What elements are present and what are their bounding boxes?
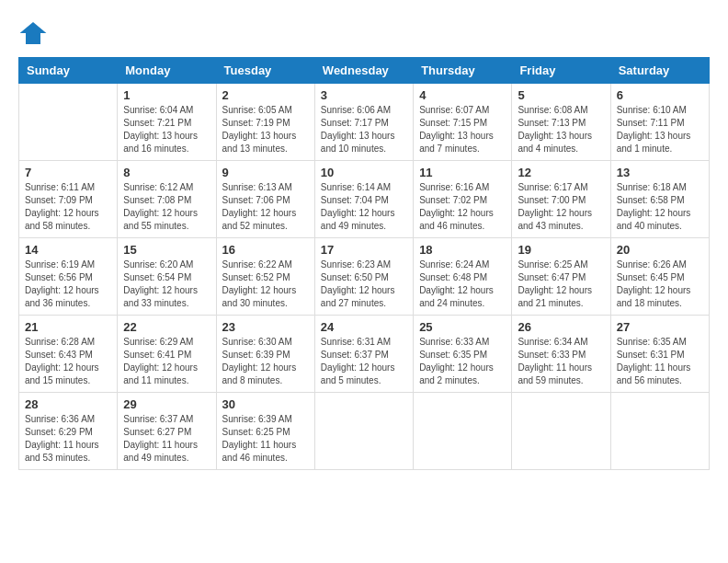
day-info: Sunrise: 6:07 AMSunset: 7:15 PMDaylight:…	[419, 104, 506, 155]
day-info: Sunrise: 6:25 AMSunset: 6:47 PMDaylight:…	[518, 259, 604, 310]
day-number: 6	[617, 88, 703, 102]
day-info: Sunrise: 6:12 AMSunset: 7:08 PMDaylight:…	[123, 181, 210, 233]
calendar-cell: 13Sunrise: 6:18 AMSunset: 6:58 PMDayligh…	[610, 161, 709, 238]
day-info: Sunrise: 6:31 AMSunset: 6:37 PMDaylight:…	[321, 336, 407, 387]
day-info: Sunrise: 6:24 AMSunset: 6:48 PMDaylight:…	[419, 259, 506, 310]
day-info: Sunrise: 6:23 AMSunset: 6:50 PMDaylight:…	[321, 259, 407, 310]
day-number: 21	[25, 320, 111, 334]
day-info: Sunrise: 6:16 AMSunset: 7:02 PMDaylight:…	[419, 181, 506, 233]
calendar-week-row: 28Sunrise: 6:36 AMSunset: 6:29 PMDayligh…	[19, 393, 710, 470]
day-number: 1	[123, 88, 210, 102]
day-number: 17	[321, 243, 407, 257]
day-number: 18	[419, 243, 506, 257]
calendar-cell: 17Sunrise: 6:23 AMSunset: 6:50 PMDayligh…	[314, 238, 413, 316]
calendar-week-row: 21Sunrise: 6:28 AMSunset: 6:43 PMDayligh…	[19, 316, 710, 393]
day-number: 26	[518, 320, 604, 334]
calendar-cell: 19Sunrise: 6:25 AMSunset: 6:47 PMDayligh…	[512, 238, 610, 316]
calendar-cell	[414, 393, 512, 470]
day-info: Sunrise: 6:22 AMSunset: 6:52 PMDaylight:…	[222, 259, 309, 310]
header-friday: Friday	[512, 58, 610, 84]
day-info: Sunrise: 6:35 AMSunset: 6:31 PMDaylight:…	[617, 336, 703, 387]
day-info: Sunrise: 6:05 AMSunset: 7:19 PMDaylight:…	[222, 104, 309, 155]
day-info: Sunrise: 6:20 AMSunset: 6:54 PMDaylight:…	[123, 259, 210, 310]
day-info: Sunrise: 6:36 AMSunset: 6:29 PMDaylight:…	[25, 413, 111, 465]
day-info: Sunrise: 6:11 AMSunset: 7:09 PMDaylight:…	[25, 181, 111, 233]
day-number: 9	[222, 166, 309, 179]
day-info: Sunrise: 6:34 AMSunset: 6:33 PMDaylight:…	[518, 336, 604, 387]
calendar-cell: 23Sunrise: 6:30 AMSunset: 6:39 PMDayligh…	[216, 316, 314, 393]
day-info: Sunrise: 6:33 AMSunset: 6:35 PMDaylight:…	[419, 336, 506, 387]
calendar-cell: 28Sunrise: 6:36 AMSunset: 6:29 PMDayligh…	[19, 393, 118, 470]
day-number: 4	[419, 88, 506, 102]
day-number: 19	[518, 243, 604, 257]
calendar-cell: 25Sunrise: 6:33 AMSunset: 6:35 PMDayligh…	[414, 316, 512, 393]
calendar-cell: 16Sunrise: 6:22 AMSunset: 6:52 PMDayligh…	[216, 238, 314, 316]
calendar-cell: 4Sunrise: 6:07 AMSunset: 7:15 PMDaylight…	[414, 84, 512, 161]
day-number: 12	[518, 166, 604, 179]
calendar-week-row: 7Sunrise: 6:11 AMSunset: 7:09 PMDaylight…	[19, 161, 710, 238]
calendar-cell: 8Sunrise: 6:12 AMSunset: 7:08 PMDaylight…	[118, 161, 216, 238]
day-number: 15	[123, 243, 210, 257]
day-number: 30	[222, 397, 309, 411]
calendar-cell: 15Sunrise: 6:20 AMSunset: 6:54 PMDayligh…	[118, 238, 216, 316]
calendar-cell	[314, 393, 413, 470]
day-number: 22	[123, 320, 210, 334]
day-info: Sunrise: 6:17 AMSunset: 7:00 PMDaylight:…	[518, 181, 604, 233]
header-saturday: Saturday	[610, 58, 709, 84]
calendar-cell: 26Sunrise: 6:34 AMSunset: 6:33 PMDayligh…	[512, 316, 610, 393]
calendar-cell: 1Sunrise: 6:04 AMSunset: 7:21 PMDaylight…	[118, 84, 216, 161]
header-thursday: Thursday	[414, 58, 512, 84]
calendar-cell: 7Sunrise: 6:11 AMSunset: 7:09 PMDaylight…	[19, 161, 118, 238]
logo	[18, 18, 51, 48]
page-header	[18, 18, 710, 48]
calendar-cell: 29Sunrise: 6:37 AMSunset: 6:27 PMDayligh…	[118, 393, 216, 470]
day-number: 5	[518, 88, 604, 102]
day-number: 3	[321, 88, 407, 102]
header-sunday: Sunday	[19, 58, 118, 84]
day-info: Sunrise: 6:39 AMSunset: 6:25 PMDaylight:…	[222, 413, 309, 465]
calendar-week-row: 14Sunrise: 6:19 AMSunset: 6:56 PMDayligh…	[19, 238, 710, 316]
day-info: Sunrise: 6:14 AMSunset: 7:04 PMDaylight:…	[321, 181, 407, 233]
day-info: Sunrise: 6:06 AMSunset: 7:17 PMDaylight:…	[321, 104, 407, 155]
day-number: 8	[123, 166, 210, 179]
calendar-cell: 24Sunrise: 6:31 AMSunset: 6:37 PMDayligh…	[314, 316, 413, 393]
calendar-cell: 6Sunrise: 6:10 AMSunset: 7:11 PMDaylight…	[610, 84, 709, 161]
day-info: Sunrise: 6:04 AMSunset: 7:21 PMDaylight:…	[123, 104, 210, 155]
day-number: 20	[617, 243, 703, 257]
calendar-cell: 18Sunrise: 6:24 AMSunset: 6:48 PMDayligh…	[414, 238, 512, 316]
day-info: Sunrise: 6:37 AMSunset: 6:27 PMDaylight:…	[123, 413, 210, 465]
day-info: Sunrise: 6:26 AMSunset: 6:45 PMDaylight:…	[617, 259, 703, 310]
day-number: 23	[222, 320, 309, 334]
calendar-cell: 5Sunrise: 6:08 AMSunset: 7:13 PMDaylight…	[512, 84, 610, 161]
day-number: 24	[321, 320, 407, 334]
header-wednesday: Wednesday	[314, 58, 413, 84]
day-number: 28	[25, 397, 111, 411]
day-number: 11	[419, 166, 506, 179]
day-number: 7	[25, 166, 111, 179]
day-number: 14	[25, 243, 111, 257]
calendar-cell	[512, 393, 610, 470]
day-number: 16	[222, 243, 309, 257]
calendar-cell: 9Sunrise: 6:13 AMSunset: 7:06 PMDaylight…	[216, 161, 314, 238]
calendar-week-row: 1Sunrise: 6:04 AMSunset: 7:21 PMDaylight…	[19, 84, 710, 161]
calendar-cell: 3Sunrise: 6:06 AMSunset: 7:17 PMDaylight…	[314, 84, 413, 161]
calendar-cell: 22Sunrise: 6:29 AMSunset: 6:41 PMDayligh…	[118, 316, 216, 393]
calendar-cell	[610, 393, 709, 470]
header-monday: Monday	[118, 58, 216, 84]
day-info: Sunrise: 6:19 AMSunset: 6:56 PMDaylight:…	[25, 259, 111, 310]
day-number: 2	[222, 88, 309, 102]
day-number: 27	[617, 320, 703, 334]
calendar-table: SundayMondayTuesdayWednesdayThursdayFrid…	[18, 57, 710, 470]
header-tuesday: Tuesday	[216, 58, 314, 84]
calendar-cell: 20Sunrise: 6:26 AMSunset: 6:45 PMDayligh…	[610, 238, 709, 316]
svg-marker-0	[20, 22, 47, 44]
calendar-cell: 30Sunrise: 6:39 AMSunset: 6:25 PMDayligh…	[216, 393, 314, 470]
day-number: 10	[321, 166, 407, 179]
day-info: Sunrise: 6:13 AMSunset: 7:06 PMDaylight:…	[222, 181, 309, 233]
day-info: Sunrise: 6:08 AMSunset: 7:13 PMDaylight:…	[518, 104, 604, 155]
calendar-cell: 14Sunrise: 6:19 AMSunset: 6:56 PMDayligh…	[19, 238, 118, 316]
day-info: Sunrise: 6:10 AMSunset: 7:11 PMDaylight:…	[617, 104, 703, 155]
calendar-cell: 11Sunrise: 6:16 AMSunset: 7:02 PMDayligh…	[414, 161, 512, 238]
day-number: 13	[617, 166, 703, 179]
day-info: Sunrise: 6:30 AMSunset: 6:39 PMDaylight:…	[222, 336, 309, 387]
